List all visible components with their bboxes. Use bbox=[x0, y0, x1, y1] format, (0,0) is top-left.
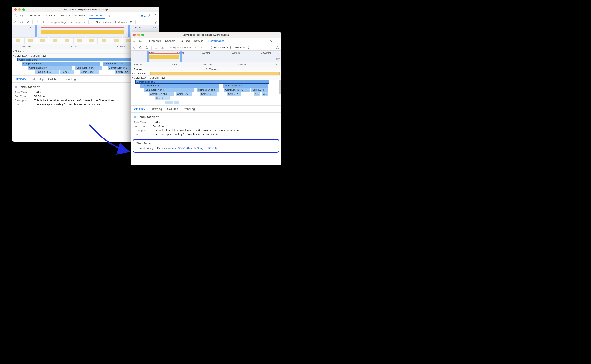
subtab-call-tree[interactable]: Call Tree bbox=[48, 76, 59, 82]
flame-entry[interactable]: Com… 2 bbox=[60, 70, 74, 74]
titlebar[interactable]: DevTools - corgi-collage.vercel.app/ bbox=[131, 32, 281, 38]
interaction-bar[interactable] bbox=[150, 72, 280, 75]
tab-performance[interactable]: Performance bbox=[208, 38, 224, 44]
flame-entry[interactable]: Computation of 5 bbox=[22, 62, 100, 66]
tab-sources[interactable]: Sources bbox=[180, 38, 190, 44]
window-minimize-button[interactable] bbox=[137, 34, 140, 36]
flame-entry[interactable]: Computation of 4 bbox=[222, 84, 268, 88]
flame-entry[interactable]: Comput…n of 3 bbox=[197, 88, 220, 92]
window-zoom-button[interactable] bbox=[141, 34, 144, 36]
device-toolbar-icon[interactable] bbox=[138, 39, 143, 44]
flame-entry[interactable]: Com…f 2 bbox=[200, 92, 216, 96]
flame-entry[interactable]: Comput…n of 3 bbox=[149, 92, 174, 96]
screenshot-thumb[interactable] bbox=[49, 37, 61, 44]
flame-entry[interactable]: C… bbox=[254, 92, 260, 96]
flame-entry[interactable]: Comput…n of 3 bbox=[35, 70, 59, 74]
gc-icon[interactable] bbox=[246, 45, 251, 50]
clear-icon[interactable] bbox=[25, 20, 30, 25]
screenshots-toggle[interactable]: Screenshots bbox=[91, 20, 111, 24]
subtab-summary[interactable]: Summary bbox=[14, 76, 26, 83]
tab-sources[interactable]: Sources bbox=[60, 13, 71, 19]
screenshot-thumb[interactable] bbox=[86, 37, 98, 44]
issues-chip[interactable]: 2 bbox=[141, 14, 146, 17]
titlebar[interactable]: DevTools - corgi-collage.vercel.app/ bbox=[12, 7, 159, 13]
interactions-section[interactable]: ▸Interactions bbox=[131, 72, 281, 76]
flame-chart[interactable]: Computation of 6 Computation of 5 Comput… bbox=[131, 80, 281, 105]
subtab-summary[interactable]: Summary bbox=[134, 105, 145, 112]
screenshot-thumb[interactable] bbox=[37, 37, 48, 44]
timeline-overview[interactable]: 000 ms 000 ms 6000 ms 8000 ms 10000 ms C… bbox=[131, 51, 281, 62]
flame-entry[interactable]: Computation of 4 bbox=[28, 66, 72, 70]
tab-performance[interactable]: Performance bbox=[89, 13, 106, 19]
recording-selector[interactable]: corgi-collage.vercel.app…▼ bbox=[50, 20, 86, 24]
memory-toggle[interactable]: Memory bbox=[112, 20, 127, 24]
kebab-menu-icon[interactable]: ⋮ bbox=[275, 39, 280, 44]
subtab-bottom-up[interactable]: Bottom-Up bbox=[31, 76, 44, 82]
screenshot-thumb[interactable] bbox=[98, 37, 110, 44]
more-tabs-icon[interactable]: » bbox=[226, 39, 231, 44]
flame-entry[interactable] bbox=[165, 101, 173, 104]
tab-console[interactable]: Console bbox=[165, 38, 175, 44]
download-icon[interactable] bbox=[41, 20, 46, 25]
window-minimize-button[interactable] bbox=[18, 8, 21, 11]
window-zoom-button[interactable] bbox=[22, 8, 25, 11]
tab-network[interactable]: Network bbox=[75, 13, 85, 19]
clear-icon[interactable] bbox=[144, 45, 149, 50]
device-toolbar-icon[interactable] bbox=[19, 13, 24, 18]
flame-entry[interactable]: Computation of 5 bbox=[140, 84, 220, 88]
screenshot-thumb[interactable] bbox=[110, 37, 122, 44]
window-close-button[interactable] bbox=[14, 8, 17, 11]
flame-entry[interactable]: Compu…of 2 bbox=[251, 88, 268, 92]
flame-entry[interactable]: C… bbox=[262, 92, 268, 96]
record-icon[interactable] bbox=[13, 20, 18, 25]
flame-entry[interactable]: Computa…n of 3 bbox=[224, 88, 250, 92]
frames-section[interactable]: ▸Frames 2155.4 ms bbox=[131, 67, 281, 72]
overview-handle-left[interactable] bbox=[147, 51, 148, 62]
subtab-event-log[interactable]: Event Log bbox=[64, 76, 76, 82]
kebab-menu-icon[interactable]: ⋮ bbox=[153, 13, 158, 18]
flame-entry[interactable] bbox=[174, 101, 179, 104]
flame-entry[interactable]: Computation of 4 bbox=[144, 88, 194, 92]
overview-handle-right[interactable] bbox=[128, 25, 130, 37]
capture-settings-icon[interactable] bbox=[275, 45, 280, 50]
screenshot-thumb[interactable] bbox=[24, 37, 36, 44]
capture-settings-icon[interactable] bbox=[153, 20, 158, 25]
screenshots-toggle[interactable]: Screenshots bbox=[208, 46, 228, 49]
screenshot-thumb[interactable] bbox=[74, 37, 85, 44]
recording-selector[interactable]: corgi-collage.vercel.ap…▼ bbox=[169, 45, 204, 50]
inspect-element-icon[interactable] bbox=[132, 39, 137, 44]
screenshot-thumb[interactable] bbox=[61, 37, 73, 44]
subtab-bottom-up[interactable]: Bottom-Up bbox=[150, 106, 163, 112]
tab-network[interactable]: Network bbox=[194, 38, 204, 44]
flame-entry[interactable]: Computation of 3 bbox=[75, 66, 102, 70]
flame-entry-selected[interactable]: Computation of 6 bbox=[135, 80, 269, 84]
screenshot-thumb[interactable] bbox=[12, 37, 24, 44]
upload-icon[interactable] bbox=[154, 45, 159, 50]
tab-elements[interactable]: Elements bbox=[30, 13, 42, 19]
reload-record-icon[interactable] bbox=[138, 45, 143, 50]
upload-icon[interactable] bbox=[35, 20, 40, 25]
scrollbar-thumb[interactable] bbox=[279, 80, 281, 94]
flame-entry[interactable]: Comp…of 2 bbox=[80, 70, 99, 74]
flame-entry[interactable]: Com… 2 bbox=[227, 92, 241, 96]
flame-entry[interactable]: Comp…f 2 bbox=[176, 92, 192, 96]
gc-icon[interactable] bbox=[128, 20, 133, 25]
flame-ruler[interactable]: 1500 ms 2000 ms 2500 ms 3000 ms 35 bbox=[131, 62, 281, 67]
subtab-call-tree[interactable]: Call Tree bbox=[167, 106, 178, 112]
overview-handle-right[interactable] bbox=[180, 51, 181, 62]
download-icon[interactable] bbox=[160, 45, 165, 50]
record-icon[interactable] bbox=[132, 45, 137, 50]
stack-source-link[interactable]: main.63cb5c4bde8be90a.js:1:122716 bbox=[171, 146, 216, 150]
tab-elements[interactable]: Elements bbox=[149, 38, 161, 44]
flame-entry[interactable]: Co… 2 bbox=[155, 96, 170, 100]
settings-icon[interactable] bbox=[147, 13, 152, 18]
memory-toggle[interactable]: Memory bbox=[230, 46, 245, 49]
subtab-event-log[interactable]: Event Log bbox=[183, 106, 195, 112]
tab-console[interactable]: Console bbox=[46, 13, 56, 19]
custom-track-section[interactable]: ▾Corgi track — Custom Track bbox=[131, 76, 281, 80]
reload-record-icon[interactable] bbox=[19, 20, 24, 25]
more-tabs-icon[interactable]: » bbox=[107, 13, 112, 18]
settings-icon[interactable] bbox=[269, 39, 274, 44]
window-close-button[interactable] bbox=[133, 34, 136, 36]
overview-handle-left[interactable] bbox=[35, 25, 37, 37]
